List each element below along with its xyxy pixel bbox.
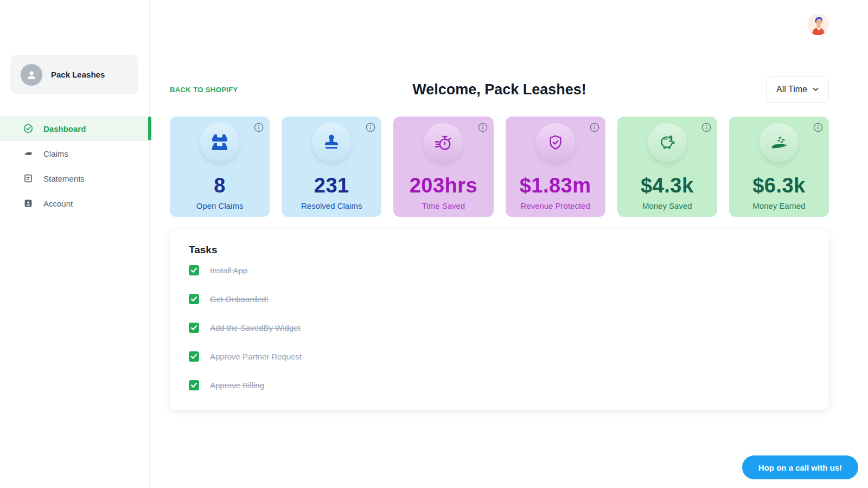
checkbox-checked-icon[interactable] xyxy=(189,294,199,304)
stat-card-money-saved: $4.3k Money Saved xyxy=(617,117,717,217)
time-filter-value: All Time xyxy=(776,85,807,94)
person-icon xyxy=(25,69,37,81)
task-label: Approve Partner Request xyxy=(210,352,302,361)
stat-card-open-claims: 8 Open Claims xyxy=(170,117,270,217)
id-card-icon xyxy=(23,198,33,208)
sidebar-nav: Dashboard Claims Statements xyxy=(0,116,149,216)
tasks-card: Tasks Install App Get Onboarded! Add the… xyxy=(170,230,829,410)
sidebar-item-statements[interactable]: Statements xyxy=(0,166,149,191)
task-row-install-app: Install App xyxy=(189,256,815,285)
checkbox-checked-icon[interactable] xyxy=(189,323,199,333)
stat-card-revenue-protected: $1.83m Revenue Protected xyxy=(506,117,605,217)
info-icon[interactable] xyxy=(813,123,823,132)
task-label: Add the SavedBy Widget xyxy=(210,323,301,332)
tasks-title: Tasks xyxy=(189,244,815,256)
sidebar-item-label: Account xyxy=(43,199,73,208)
checkbox-checked-icon[interactable] xyxy=(189,351,199,362)
stat-label: Money Saved xyxy=(617,201,717,210)
stat-card-resolved-claims: 231 Resolved Claims xyxy=(282,117,381,217)
stopwatch-icon xyxy=(424,123,463,162)
stat-value: 8 xyxy=(170,174,270,197)
stat-label: Revenue Protected xyxy=(506,201,605,210)
time-filter-dropdown[interactable]: All Time xyxy=(766,76,829,103)
info-icon[interactable] xyxy=(701,123,711,132)
user-avatar[interactable] xyxy=(807,14,829,35)
task-row-get-onboarded: Get Onboarded! xyxy=(189,285,815,313)
document-icon xyxy=(23,174,33,183)
merchant-avatar xyxy=(21,64,42,86)
task-label: Get Onboarded! xyxy=(210,294,269,304)
back-to-shopify-link[interactable]: BACK TO SHOPIFY xyxy=(170,86,238,94)
page-header: BACK TO SHOPIFY Welcome, Pack Leashes! A… xyxy=(170,76,829,103)
sidebar: Pack Leashes Dashboard Claims xyxy=(0,0,150,488)
stat-value: $6.3k xyxy=(729,174,829,197)
main-content: BACK TO SHOPIFY Welcome, Pack Leashes! A… xyxy=(150,0,868,488)
stat-value: $4.3k xyxy=(617,174,717,197)
shield-check-icon xyxy=(536,123,575,162)
merchant-card[interactable]: Pack Leashes xyxy=(10,55,138,94)
task-row-approve-partner-request: Approve Partner Request xyxy=(189,342,815,371)
stat-value: $1.83m xyxy=(506,174,605,197)
task-row-add-widget: Add the SavedBy Widget xyxy=(189,313,815,342)
checkbox-checked-icon[interactable] xyxy=(189,265,199,275)
stat-value: 231 xyxy=(282,174,381,197)
chat-call-button[interactable]: Hop on a call with us! xyxy=(742,455,858,479)
inbox-trays-icon xyxy=(200,123,239,162)
task-label: Install App xyxy=(210,266,247,275)
piggy-bank-icon xyxy=(648,123,687,162)
info-icon[interactable] xyxy=(254,123,264,132)
stat-label: Time Saved xyxy=(393,201,493,210)
sidebar-item-label: Claims xyxy=(43,149,68,158)
stat-label: Resolved Claims xyxy=(282,201,381,210)
stats-row: 8 Open Claims 231 xyxy=(170,117,829,217)
info-icon[interactable] xyxy=(590,123,599,132)
hand-seeds-icon xyxy=(760,123,799,162)
sidebar-item-label: Statements xyxy=(43,174,85,183)
checkbox-checked-icon[interactable] xyxy=(189,380,199,390)
stat-card-money-earned: $6.3k Money Earned xyxy=(729,117,829,217)
sidebar-item-label: Dashboard xyxy=(43,124,86,133)
stat-label: Open Claims xyxy=(170,201,270,210)
task-row-approve-billing: Approve Billing xyxy=(189,371,815,400)
stat-card-time-saved: 203hrs Time Saved xyxy=(393,117,493,217)
sidebar-item-account[interactable]: Account xyxy=(0,191,149,216)
gauge-icon xyxy=(23,124,33,133)
task-label: Approve Billing xyxy=(210,381,264,390)
stat-label: Money Earned xyxy=(729,201,829,210)
stamp-icon xyxy=(312,123,351,162)
chevron-down-icon xyxy=(813,87,819,92)
sidebar-item-dashboard[interactable]: Dashboard xyxy=(0,116,149,141)
merchant-name: Pack Leashes xyxy=(51,70,105,79)
page-title: Welcome, Pack Leashes! xyxy=(412,81,586,98)
info-icon[interactable] xyxy=(366,123,375,132)
hand-icon xyxy=(23,149,33,158)
sidebar-item-claims[interactable]: Claims xyxy=(0,141,149,166)
info-icon[interactable] xyxy=(478,123,488,132)
stat-value: 203hrs xyxy=(393,174,493,197)
